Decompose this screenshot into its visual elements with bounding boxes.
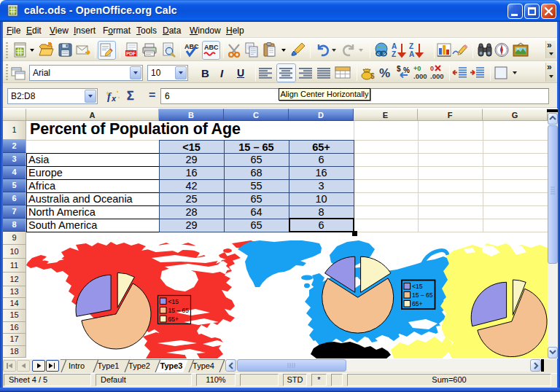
svg-text:Z: Z bbox=[392, 50, 396, 58]
svg-text:ABC: ABC bbox=[184, 43, 199, 50]
svg-text:ABC: ABC bbox=[204, 44, 219, 51]
svg-text:+0: +0 bbox=[413, 65, 421, 72]
svg-text:A: A bbox=[392, 42, 397, 50]
svg-text:15 – 65: 15 – 65 bbox=[168, 307, 190, 314]
svg-text:65+: 65+ bbox=[412, 300, 422, 307]
svg-text:x: x bbox=[111, 94, 117, 103]
svg-text:<15: <15 bbox=[412, 283, 423, 290]
svg-text:%: % bbox=[379, 66, 390, 80]
svg-text:0: 0 bbox=[430, 65, 434, 72]
svg-text:.000: .000 bbox=[413, 72, 427, 80]
svg-text:<15: <15 bbox=[168, 298, 179, 305]
svg-text:PDF: PDF bbox=[126, 51, 136, 56]
svg-text:.000: .000 bbox=[430, 72, 444, 80]
svg-text:65+: 65+ bbox=[168, 315, 179, 323]
svg-text:$: $ bbox=[370, 72, 375, 80]
svg-text:%: % bbox=[403, 66, 410, 74]
svg-text:Z: Z bbox=[409, 42, 413, 50]
svg-text:A: A bbox=[409, 50, 414, 58]
svg-text:15 – 65: 15 – 65 bbox=[412, 291, 433, 299]
svg-text:$: $ bbox=[397, 65, 401, 73]
